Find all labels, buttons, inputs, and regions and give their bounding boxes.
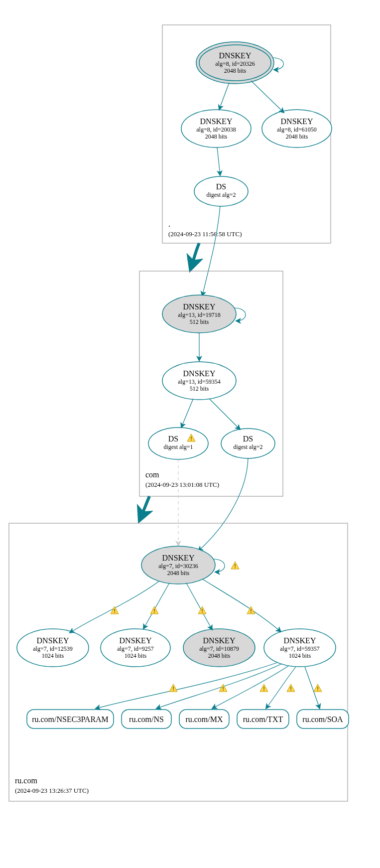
zone-root-name: .	[168, 220, 170, 228]
svg-text:ru.com/NSEC3PARAM: ru.com/NSEC3PARAM	[32, 715, 109, 723]
edge-com-zsk-to-ds1	[181, 399, 193, 428]
node-root-zsk-20038: DNSKEY alg=8, id=20038 2048 bits	[181, 110, 251, 147]
zone-com: com (2024-09-23 13:01:08 UTC) DNSKEY alg…	[139, 271, 283, 496]
node-com-ksk: DNSKEY alg=13, id=19718 512 bits	[162, 295, 236, 333]
edge-ru-ksk-to-k3	[186, 583, 212, 630]
edge-root-ds-to-com-ksk	[202, 206, 220, 296]
svg-text:DNSKEY: DNSKEY	[200, 117, 233, 126]
warning-icon: !	[111, 606, 119, 614]
svg-text:2048 bits: 2048 bits	[205, 133, 228, 140]
zone-root: . (2024-09-23 11:56:58 UTC) DNSKEY alg=8…	[162, 25, 332, 243]
node-rrset-nsec3param: ru.com/NSEC3PARAM	[27, 710, 114, 728]
svg-text:alg=8, id=20038: alg=8, id=20038	[196, 126, 236, 133]
node-rrset-txt: ru.com/TXT	[237, 710, 289, 728]
svg-text:!: !	[290, 686, 292, 692]
svg-text:DNSKEY: DNSKEY	[120, 636, 152, 645]
svg-text:1024 bits: 1024 bits	[42, 652, 64, 659]
node-com-ds1: DS digest alg=1 !	[148, 428, 208, 459]
svg-text:alg=8, id=61050: alg=8, id=61050	[277, 126, 317, 133]
zone-rucom-name: ru.com	[15, 776, 37, 785]
warning-icon: !	[219, 684, 227, 692]
svg-text:!: !	[153, 608, 155, 614]
svg-text:digest alg=1: digest alg=1	[163, 443, 193, 450]
svg-text:ru.com/TXT: ru.com/TXT	[243, 715, 283, 723]
edge-delegation-com-to-rucom	[140, 496, 149, 518]
node-rrset-mx: ru.com/MX	[179, 710, 229, 728]
zone-com-name: com	[145, 470, 159, 479]
edge-ru-ksk-to-k2	[143, 583, 169, 629]
svg-text:alg=13, id=19718: alg=13, id=19718	[178, 311, 221, 318]
node-root-ksk: DNSKEY alg=8, id=20326 2048 bits	[196, 42, 274, 84]
svg-text:!: !	[234, 563, 236, 569]
edge-selfsig-root-ksk	[273, 58, 283, 70]
node-ru-dnskey-59357: DNSKEY alg=7, id=59357 1024 bits	[264, 629, 336, 667]
svg-text:DNSKEY: DNSKEY	[183, 369, 216, 378]
svg-text:ru.com/MX: ru.com/MX	[185, 715, 223, 723]
svg-text:!: !	[172, 686, 174, 692]
svg-text:DNSKEY: DNSKEY	[284, 636, 316, 645]
svg-text:!: !	[201, 608, 203, 614]
svg-text:!: !	[317, 686, 319, 692]
svg-text:DNSKEY: DNSKEY	[203, 636, 236, 645]
node-com-zsk: DNSKEY alg=13, id=59354 512 bits	[162, 362, 236, 400]
edge-root-ksk-to-zsk1	[219, 83, 229, 110]
svg-text:DNSKEY: DNSKEY	[219, 51, 252, 60]
svg-text:!: !	[263, 686, 265, 692]
svg-text:DNSKEY: DNSKEY	[162, 554, 195, 562]
edge-delegation-root-to-com	[191, 243, 199, 267]
warning-icon: !	[314, 684, 322, 692]
svg-text:1024 bits: 1024 bits	[125, 652, 147, 659]
svg-text:DS: DS	[168, 434, 178, 443]
svg-text:DNSKEY: DNSKEY	[281, 117, 313, 126]
svg-text:!: !	[222, 686, 224, 692]
zone-com-timestamp: (2024-09-23 13:01:08 UTC)	[145, 481, 219, 488]
zone-root-timestamp: (2024-09-23 11:56:58 UTC)	[168, 230, 242, 238]
svg-text:2048 bits: 2048 bits	[208, 652, 231, 659]
edge-com-ds2-to-ru-ksk	[198, 458, 248, 551]
svg-text:!: !	[190, 435, 192, 441]
node-rrset-ns: ru.com/NS	[122, 710, 171, 728]
svg-text:2048 bits: 2048 bits	[286, 133, 308, 140]
svg-text:2048 bits: 2048 bits	[224, 67, 247, 74]
node-ru-dnskey-10879: DNSKEY alg=7, id=10879 2048 bits	[183, 629, 255, 667]
svg-text:DNSKEY: DNSKEY	[183, 302, 216, 311]
svg-text:512 bits: 512 bits	[190, 385, 209, 392]
node-root-zsk-61050: DNSKEY alg=8, id=61050 2048 bits	[262, 110, 332, 147]
edge-ru-k4-to-nsec3param	[96, 663, 277, 709]
svg-text:alg=7, id=30236: alg=7, id=30236	[158, 563, 198, 570]
svg-text:!: !	[250, 608, 252, 614]
svg-text:DS: DS	[216, 182, 226, 191]
edge-root-zsk-to-ds	[217, 147, 220, 175]
warning-icon: !	[169, 684, 177, 692]
svg-text:digest alg=2: digest alg=2	[206, 191, 236, 198]
node-root-ds: DS digest alg=2	[194, 176, 248, 206]
svg-text:alg=7, id=10879: alg=7, id=10879	[199, 645, 239, 652]
svg-text:DNSKEY: DNSKEY	[37, 636, 69, 645]
warning-icon: !	[231, 562, 239, 569]
svg-text:!: !	[114, 608, 116, 614]
zone-rucom: ru.com (2024-09-23 13:26:37 UTC) DNSKEY …	[9, 523, 349, 801]
svg-text:digest alg=2: digest alg=2	[233, 443, 262, 450]
warning-icon: !	[150, 606, 158, 614]
svg-text:1024 bits: 1024 bits	[289, 652, 311, 659]
edge-ru-ksk-to-k4	[202, 579, 281, 632]
warning-icon: !	[260, 684, 268, 692]
svg-text:512 bits: 512 bits	[190, 318, 209, 325]
zone-rucom-timestamp: (2024-09-23 13:26:37 UTC)	[15, 787, 89, 794]
svg-text:alg=7, id=9257: alg=7, id=9257	[117, 645, 154, 652]
node-ru-dnskey-12539: DNSKEY alg=7, id=12539 1024 bits	[17, 629, 89, 667]
svg-text:alg=13, id=59354: alg=13, id=59354	[178, 378, 221, 385]
svg-text:alg=7, id=59357: alg=7, id=59357	[280, 645, 320, 652]
node-ru-ksk: DNSKEY alg=7, id=30236 2048 bits	[141, 546, 215, 584]
svg-text:alg=8, id=20326: alg=8, id=20326	[215, 60, 255, 67]
warning-icon: !	[198, 606, 206, 614]
warning-icon: !	[287, 684, 295, 692]
edge-root-ksk-to-zsk2	[251, 81, 284, 113]
svg-text:2048 bits: 2048 bits	[167, 570, 190, 577]
node-ru-dnskey-9257: DNSKEY alg=7, id=9257 1024 bits	[101, 629, 170, 667]
dnssec-authentication-graph: . (2024-09-23 11:56:58 UTC) DNSKEY alg=8…	[0, 0, 380, 868]
svg-text:alg=7, id=12539: alg=7, id=12539	[33, 645, 73, 652]
svg-text:DS: DS	[243, 434, 253, 443]
svg-text:ru.com/NS: ru.com/NS	[129, 715, 164, 723]
node-com-ds2: DS digest alg=2	[221, 429, 275, 458]
